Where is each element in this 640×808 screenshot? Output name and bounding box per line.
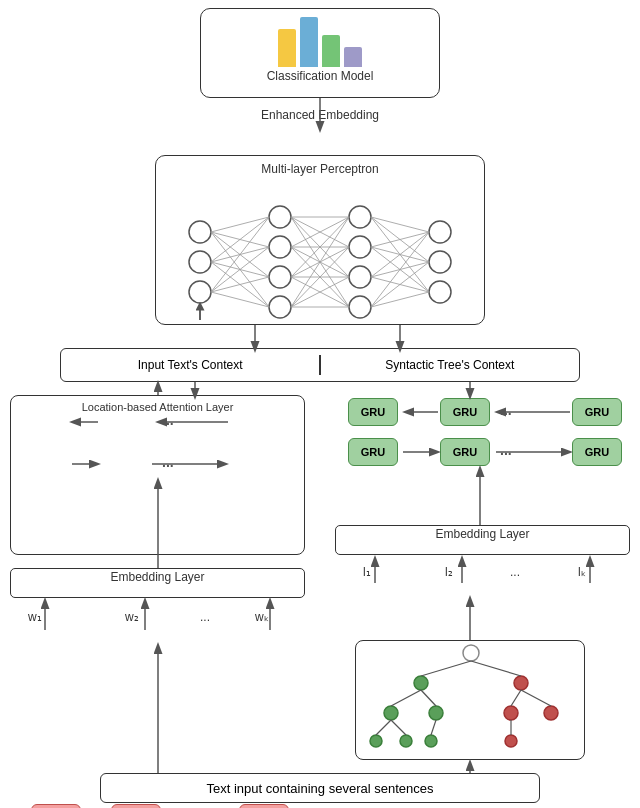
svg-point-5 xyxy=(269,266,291,288)
svg-point-2 xyxy=(189,281,211,303)
dots-attention-row2: ··· xyxy=(162,458,174,474)
gru-green-row1-left: GRU xyxy=(348,398,398,426)
svg-point-13 xyxy=(429,281,451,303)
l1-label: l₁ xyxy=(363,565,371,579)
svg-point-56 xyxy=(463,645,479,661)
mlp-box: Multi-layer Perceptron xyxy=(155,155,485,325)
svg-point-8 xyxy=(349,236,371,258)
lk-label: lₖ xyxy=(578,565,586,579)
svg-line-25 xyxy=(211,292,269,307)
context-box: Input Text's Context Syntactic Tree's Co… xyxy=(60,348,580,382)
svg-point-6 xyxy=(269,296,291,318)
svg-point-65 xyxy=(425,735,437,747)
tree-diagram xyxy=(356,641,586,761)
svg-point-4 xyxy=(269,236,291,258)
svg-point-58 xyxy=(514,676,528,690)
svg-line-68 xyxy=(471,661,521,676)
classification-model-box: Classification Model xyxy=(200,8,440,98)
bar4 xyxy=(344,47,362,67)
bar-chart xyxy=(201,17,439,67)
syntactic-tree-context-label: Syntactic Tree's Context xyxy=(321,358,579,372)
attention-label: Location-based Attention Layer xyxy=(11,399,304,415)
svg-line-51 xyxy=(371,247,429,292)
diagram: Classification Model Enhanced Embedding … xyxy=(0,0,640,808)
bar1 xyxy=(278,29,296,67)
text-input-box: Text input containing several sentences xyxy=(100,773,540,803)
svg-point-62 xyxy=(544,706,558,720)
dots-attention-row1: ··· xyxy=(162,416,174,432)
wk-label: wₖ xyxy=(255,610,269,624)
svg-point-60 xyxy=(429,706,443,720)
svg-line-14 xyxy=(211,217,269,232)
svg-point-3 xyxy=(269,206,291,228)
svg-point-1 xyxy=(189,251,211,273)
svg-line-74 xyxy=(391,720,406,735)
gru-pink-row1-left: GRU xyxy=(31,804,81,808)
enhanced-embedding-label: Enhanced Embedding xyxy=(220,108,420,122)
svg-line-75 xyxy=(431,720,436,735)
embedding-layer-right-box: Embedding Layer xyxy=(335,525,630,555)
w2-label: w₂ xyxy=(125,610,139,624)
svg-line-24 xyxy=(211,277,269,292)
svg-point-64 xyxy=(400,735,412,747)
svg-point-66 xyxy=(505,735,517,747)
input-text-context-label: Input Text's Context xyxy=(61,358,319,372)
svg-line-42 xyxy=(371,217,429,232)
embedding-layer-right-label: Embedding Layer xyxy=(431,525,533,543)
svg-point-0 xyxy=(189,221,211,243)
svg-point-7 xyxy=(349,206,371,228)
svg-line-50 xyxy=(371,217,429,292)
svg-line-73 xyxy=(376,720,391,735)
svg-line-46 xyxy=(371,217,429,262)
gru-green-row1-right: GRU xyxy=(572,398,622,426)
svg-line-71 xyxy=(511,690,521,706)
svg-line-72 xyxy=(521,690,551,706)
dots-green-row2: ··· xyxy=(500,446,512,462)
embedding-layer-left-label: Embedding Layer xyxy=(106,568,208,586)
svg-line-18 xyxy=(211,217,269,262)
gru-green-row2-left: GRU xyxy=(348,438,398,466)
bar2 xyxy=(300,17,318,67)
svg-line-67 xyxy=(421,661,471,676)
svg-line-53 xyxy=(371,292,429,307)
mlp-label: Multi-layer Perceptron xyxy=(156,160,484,178)
gru-green-row1-mid: GRU xyxy=(440,398,490,426)
svg-point-11 xyxy=(429,221,451,243)
svg-line-22 xyxy=(211,217,269,292)
svg-point-57 xyxy=(414,676,428,690)
text-input-label: Text input containing several sentences xyxy=(207,781,434,796)
tree-box xyxy=(355,640,585,760)
gru-green-row2-right: GRU xyxy=(572,438,622,466)
l2-label: l₂ xyxy=(445,565,453,579)
gru-pink-row1-mid: GRU xyxy=(111,804,161,808)
bar3 xyxy=(322,35,340,67)
svg-point-59 xyxy=(384,706,398,720)
svg-line-70 xyxy=(421,690,436,706)
gru-pink-row1-right: GRU xyxy=(239,804,289,808)
mlp-diagram xyxy=(160,182,480,322)
svg-line-52 xyxy=(371,277,429,292)
dots-w: ... xyxy=(200,610,210,624)
svg-point-10 xyxy=(349,296,371,318)
dots-green-row1: ··· xyxy=(500,406,512,422)
svg-line-23 xyxy=(211,247,269,292)
classification-model-label: Classification Model xyxy=(201,67,439,85)
svg-point-63 xyxy=(370,735,382,747)
svg-point-12 xyxy=(429,251,451,273)
svg-point-9 xyxy=(349,266,371,288)
gru-green-row2-mid: GRU xyxy=(440,438,490,466)
w1-label: w₁ xyxy=(28,610,42,624)
svg-line-69 xyxy=(391,690,421,706)
dots-l: ... xyxy=(510,565,520,579)
attention-box: Location-based Attention Layer GRU GRU G… xyxy=(10,395,305,555)
svg-point-61 xyxy=(504,706,518,720)
embedding-layer-left-box: Embedding Layer xyxy=(10,568,305,598)
